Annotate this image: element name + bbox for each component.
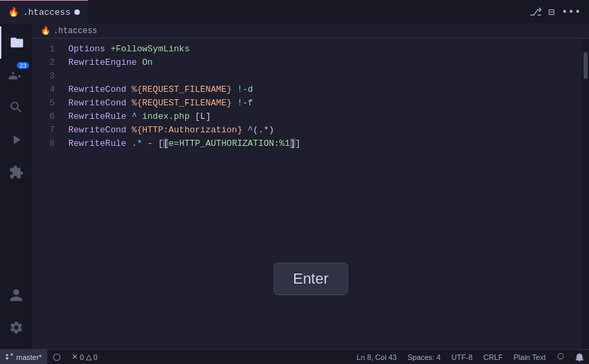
editor-container: 🔥 .htaccess 1 2 3 4 5 6 7 8 Options +Fol… — [32, 24, 589, 349]
line-ending-label: CRLF — [484, 353, 503, 361]
git-branch-icon — [5, 353, 14, 361]
tab-filename: .htaccess — [23, 7, 70, 18]
code-line-7: RewriteCond %{HTTP:Authorization} ^(.*) — [68, 124, 582, 137]
status-bar: master* ✕ 0 △ 0 Ln 8, Col 43 Spaces: 4 U… — [0, 349, 589, 364]
language-label: Plain Text — [514, 353, 546, 361]
status-right: Ln 8, Col 43 Spaces: 4 UTF-8 CRLF Plain … — [351, 350, 589, 365]
code-line-1: Options +FollowSymLinks — [68, 43, 582, 56]
extensions-activity-item[interactable] — [0, 156, 32, 188]
split-editor-icon[interactable]: ⊟ — [548, 5, 555, 19]
code-line-8: RewriteRule .* - [[e=HTTP_AUTHORIZATION:… — [68, 137, 582, 151]
code-line-4: RewriteCond %{REQUEST_FILENAME} !-d — [68, 83, 582, 97]
activity-bottom — [0, 279, 32, 349]
sync-status[interactable] — [47, 350, 66, 365]
language-status[interactable]: Plain Text — [509, 350, 552, 365]
indent-status[interactable]: Spaces: 4 — [402, 350, 446, 365]
status-left: master* ✕ 0 △ 0 — [0, 350, 103, 365]
cursor-position: Ln 8, Col 43 — [356, 353, 396, 361]
activity-bar: 23 — [0, 24, 32, 349]
remote-icon — [557, 353, 565, 361]
indent-label: Spaces: 4 — [408, 353, 441, 361]
files-activity-item[interactable] — [0, 26, 32, 59]
search-activity-item[interactable] — [0, 91, 32, 124]
bell-icon — [575, 353, 584, 361]
tab-right-actions: ⎇ ⊟ ••• — [529, 5, 589, 19]
tab-file-icon: 🔥 — [8, 7, 19, 18]
warning-count: 0 — [93, 353, 97, 361]
scrollbar-thumb[interactable] — [584, 52, 588, 79]
account-activity-item[interactable] — [0, 279, 32, 311]
code-area[interactable]: Options +FollowSymLinks RewriteEngine On… — [63, 38, 582, 349]
more-actions-icon[interactable]: ••• — [561, 6, 581, 18]
notifications-status[interactable] — [570, 350, 589, 365]
error-count: 0 — [80, 353, 84, 361]
breadcrumb-path: .htaccess — [53, 26, 97, 36]
error-icon: ✕ — [72, 353, 78, 361]
code-line-6: RewriteRule ^ index.php [L] — [68, 110, 582, 124]
encoding-status[interactable]: UTF-8 — [446, 350, 478, 365]
code-line-2: RewriteEngine On — [68, 56, 582, 70]
editor-scrollbar[interactable] — [582, 38, 589, 349]
settings-activity-item[interactable] — [0, 311, 32, 344]
tab-modified-dot — [74, 9, 80, 15]
run-activity-item[interactable] — [0, 124, 32, 156]
errors-warnings-status[interactable]: ✕ 0 △ 0 — [66, 350, 103, 365]
htaccess-tab[interactable]: 🔥 .htaccess — [0, 0, 88, 24]
git-branch-status[interactable]: master* — [0, 350, 47, 365]
breadcrumb-file-icon: 🔥 — [41, 26, 51, 36]
editor[interactable]: 1 2 3 4 5 6 7 8 Options +FollowSymLinks … — [32, 38, 589, 349]
source-control-icon[interactable]: ⎇ — [529, 5, 542, 19]
code-line-3 — [68, 70, 582, 83]
remote-status[interactable] — [551, 350, 570, 365]
code-line-5: RewriteCond %{REQUEST_FILENAME} !-f — [68, 97, 582, 110]
line-ending-status[interactable]: CRLF — [478, 350, 509, 365]
main-area: 23 🔥 .htaccess — [0, 24, 589, 349]
cursor-position-status[interactable]: Ln 8, Col 43 — [351, 350, 402, 365]
sync-icon — [53, 353, 61, 361]
encoding-label: UTF-8 — [452, 353, 473, 361]
tab-bar: 🔥 .htaccess ⎇ ⊟ ••• — [0, 0, 589, 24]
git-branch-name: master* — [16, 353, 42, 361]
source-control-activity-item[interactable]: 23 — [0, 59, 32, 91]
breadcrumb-bar: 🔥 .htaccess — [32, 24, 589, 38]
warning-icon: △ — [86, 353, 91, 361]
line-numbers: 1 2 3 4 5 6 7 8 — [32, 38, 63, 349]
